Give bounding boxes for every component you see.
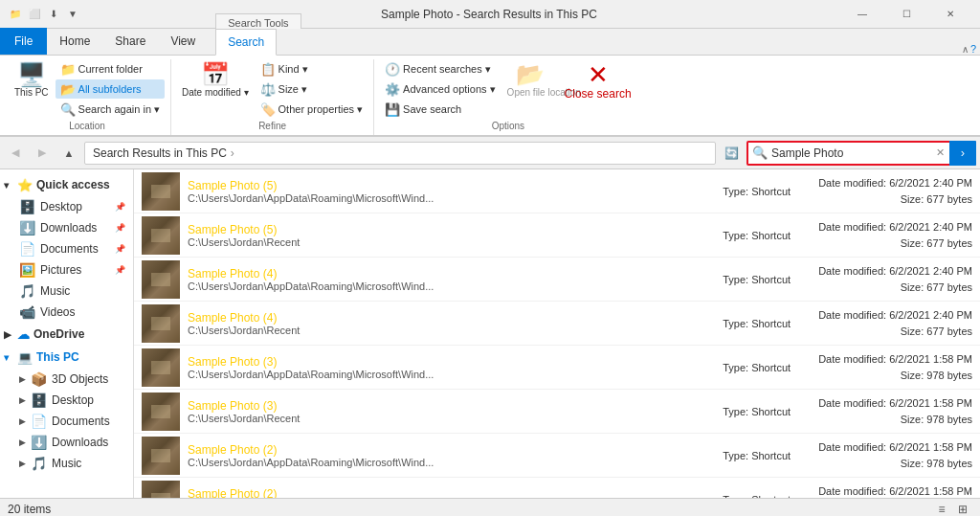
file-item-7[interactable]: Sample Photo (2)C:\Users\Jordan\RecentTy… — [134, 478, 980, 498]
3dobjects-label: 3D Objects — [52, 372, 125, 386]
this-pc-button[interactable]: 🖥️ This PC — [10, 59, 54, 101]
path-segment-search-results: Search Results in This PC — [93, 146, 227, 160]
size-button[interactable]: ⚖️ Size ▾ — [256, 79, 368, 99]
open-location-icon: 📂 — [516, 62, 545, 87]
large-icons-view-icon[interactable]: ⊞ — [953, 500, 972, 517]
thumbnail-image — [142, 393, 180, 431]
search-go-button[interactable]: › — [949, 141, 976, 166]
pictures-icon: 🖼️ — [19, 262, 36, 278]
search-again-button[interactable]: 🔍 Search again in ▾ — [56, 100, 166, 119]
quick-access-section[interactable]: ▾ ⭐ Quick access — [0, 173, 133, 196]
help-btn[interactable]: ? — [970, 43, 976, 55]
ribbon-expand-btn[interactable]: ∧ — [962, 44, 969, 55]
file-info: Sample Photo (2)C:\Users\Jordan\AppData\… — [188, 443, 723, 468]
search-clear-button[interactable]: ✕ — [930, 144, 949, 163]
sidebar-item-downloads2[interactable]: ▶ ⬇️ Downloads — [0, 432, 133, 453]
search-tools-label: Search Tools — [215, 13, 301, 29]
file-thumbnail — [142, 304, 180, 343]
sidebar-item-documents2[interactable]: ▶ 📄 Documents — [0, 411, 133, 432]
sidebar-item-3dobjects[interactable]: ▶ 📦 3D Objects — [0, 369, 133, 390]
refresh-button[interactable]: 🔄 — [720, 142, 743, 165]
file-thumbnail — [142, 172, 180, 211]
expand-docs: ▶ — [19, 416, 31, 426]
kind-button[interactable]: 📋 Kind ▾ — [256, 59, 368, 79]
search-input[interactable] — [771, 146, 930, 160]
sidebar-item-music2[interactable]: ▶ 🎵 Music — [0, 453, 133, 474]
other-properties-button[interactable]: 🏷️ Other properties ▾ — [256, 100, 368, 119]
file-size: Size: 677 bytes — [818, 280, 972, 296]
advanced-icon: ⚙️ — [385, 82, 400, 97]
file-item-4[interactable]: Sample Photo (3)C:\Users\Jordan\AppData\… — [134, 346, 980, 390]
location-group-label: Location — [10, 121, 165, 131]
file-item-0[interactable]: Sample Photo (5)C:\Users\Jordan\AppData\… — [134, 169, 980, 213]
file-meta: Date modified: 6/2/2021 2:40 PMSize: 677… — [818, 219, 972, 251]
current-folder-button[interactable]: 📁 Current folder — [56, 59, 166, 79]
sidebar-item-desktop2[interactable]: ▶ 🗄️ Desktop — [0, 390, 133, 411]
pin-icon-pic: 📌 — [115, 265, 125, 275]
thumbnail-image — [142, 437, 180, 475]
sidebar-item-music[interactable]: 🎵 Music — [0, 280, 133, 302]
item-count: 20 items — [8, 503, 51, 516]
music-label: Music — [40, 284, 125, 298]
file-number: (4) — [263, 311, 278, 325]
date-modified-button[interactable]: 📅 Date modified ▾ — [177, 59, 253, 101]
sidebar-item-downloads[interactable]: ⬇️ Downloads 📌 — [0, 217, 133, 238]
recent-searches-button[interactable]: 🕐 Recent searches ▾ — [380, 59, 501, 79]
view-icons: ≡ ⊞ — [932, 500, 972, 517]
file-meta: Date modified: 6/2/2021 2:40 PMSize: 677… — [818, 175, 972, 207]
up-button[interactable]: ▲ — [57, 142, 80, 165]
file-item-2[interactable]: Sample Photo (4)C:\Users\Jordan\AppData\… — [134, 258, 980, 302]
sidebar-item-desktop[interactable]: 🗄️ Desktop 📌 — [0, 196, 133, 217]
arrow-icon: ⬇ — [46, 7, 61, 22]
open-file-location-button[interactable]: 📂 Open file location — [502, 59, 558, 101]
properties-icon: 🏷️ — [260, 102, 276, 117]
file-size: Size: 978 bytes — [818, 412, 972, 428]
sidebar-item-pictures[interactable]: 🖼️ Pictures 📌 — [0, 259, 133, 280]
onedrive-section[interactable]: ▶ ☁ OneDrive — [0, 323, 133, 346]
date-modified-label: Date modified ▾ — [182, 87, 248, 98]
file-item-6[interactable]: Sample Photo (2)C:\Users\Jordan\AppData\… — [134, 434, 980, 478]
address-path[interactable]: Search Results in This PC › — [84, 142, 716, 165]
thumbnail-image — [142, 481, 180, 499]
downloads2-label: Downloads — [52, 436, 125, 449]
close-search-button[interactable]: ✕ Close search — [560, 59, 636, 105]
details-view-icon[interactable]: ≡ — [932, 500, 951, 517]
computer-icon: 🖥️ — [17, 62, 46, 87]
save-search-button[interactable]: 💾 Save search — [380, 100, 501, 119]
file-meta: Date modified: 6/2/2021 1:58 PMSize: 978… — [818, 483, 972, 498]
file-info: Sample Photo (3)C:\Users\Jordan\Recent — [188, 399, 723, 424]
this-pc-section[interactable]: ▾ 💻 This PC — [0, 346, 133, 369]
address-bar: ◀ ▶ ▲ Search Results in This PC › 🔄 🔍 ✕ … — [0, 137, 980, 169]
save-search-label: Save search — [403, 103, 461, 115]
advanced-options-button[interactable]: ⚙️ Advanced options ▾ — [380, 79, 501, 99]
sidebar-item-videos[interactable]: 📹 Videos — [0, 302, 133, 323]
file-name-text: Sample Photo — [188, 179, 263, 192]
back-button[interactable]: ◀ — [4, 142, 27, 165]
file-list[interactable]: Sample Photo (5)C:\Users\Jordan\AppData\… — [134, 169, 980, 498]
file-name-text: Sample Photo — [188, 355, 263, 369]
forward-button[interactable]: ▶ — [31, 142, 54, 165]
search-box: 🔍 ✕ › — [746, 141, 976, 166]
file-meta: Date modified: 6/2/2021 1:58 PMSize: 978… — [818, 351, 972, 383]
ribbon-group-options: 🕐 Recent searches ▾ ⚙️ Advanced options … — [374, 59, 642, 135]
file-type: Type: Shortcut — [723, 362, 818, 373]
file-item-1[interactable]: Sample Photo (5)C:\Users\Jordan\RecentTy… — [134, 213, 980, 258]
sidebar-item-documents[interactable]: 📄 Documents 📌 — [0, 238, 133, 259]
tab-file[interactable]: File — [0, 28, 47, 55]
ribbon-group-location: 🖥️ This PC 📁 Current folder 📂 All subfol… — [4, 59, 171, 135]
file-item-3[interactable]: Sample Photo (4)C:\Users\Jordan\RecentTy… — [134, 302, 980, 346]
all-subfolders-button[interactable]: 📂 All subfolders — [56, 79, 166, 99]
search-again-icon: 🔍 — [60, 102, 76, 117]
tab-home[interactable]: Home — [47, 28, 102, 55]
file-thumbnail — [142, 437, 180, 475]
recent-searches-label: Recent searches ▾ — [403, 63, 491, 76]
file-path: C:\Users\Jordan\AppData\Roaming\Microsof… — [188, 280, 523, 292]
file-item-5[interactable]: Sample Photo (3)C:\Users\Jordan\RecentTy… — [134, 390, 980, 434]
tab-view[interactable]: View — [158, 28, 208, 55]
pictures-label: Pictures — [40, 263, 113, 277]
expand-music: ▶ — [19, 459, 31, 468]
tab-search[interactable]: Search — [215, 29, 277, 56]
status-bar: 20 items ≡ ⊞ — [0, 498, 980, 516]
search-box-icon: 🔍 — [748, 146, 771, 160]
tab-share[interactable]: Share — [102, 28, 158, 55]
